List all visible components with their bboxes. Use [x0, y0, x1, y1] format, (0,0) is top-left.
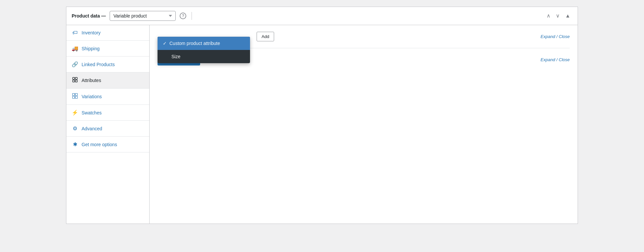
advanced-icon: ⚙ [72, 125, 78, 132]
dropdown-item-size[interactable]: Size [158, 50, 250, 63]
sidebar-label-swatches: Swatches [82, 110, 102, 115]
get-more-options-icon: ✱ [72, 141, 78, 147]
dropdown-item-custom[interactable]: ✓ Custom product attribute [158, 37, 250, 50]
sidebar-item-inventory[interactable]: 🏷 Inventory [66, 25, 149, 41]
sidebar: 🏷 Inventory 🚚 Shipping 🔗 Linked Products [66, 25, 150, 224]
main-content: ✓ Custom product attribute Size Add Expa… [150, 25, 578, 224]
sidebar-label-attributes: Attributes [82, 78, 101, 83]
svg-rect-5 [75, 94, 78, 96]
product-data-panel: Product data — Variable product ? ∧ ∨ ▲ … [66, 7, 578, 224]
arrow-collapse-button[interactable]: ▲ [563, 12, 572, 20]
swatches-icon: ⚡ [72, 109, 78, 116]
dropdown-item-size-label: Size [171, 54, 180, 59]
svg-rect-2 [73, 80, 75, 82]
svg-rect-0 [73, 77, 75, 79]
svg-rect-6 [73, 96, 75, 99]
sidebar-label-advanced: Advanced [82, 126, 102, 131]
sidebar-label-inventory: Inventory [82, 30, 101, 35]
sidebar-item-get-more-options[interactable]: ✱ Get more options [66, 137, 149, 152]
expand-close-link[interactable]: Expand / Close [541, 34, 570, 39]
shipping-icon: 🚚 [72, 45, 78, 52]
svg-rect-1 [75, 77, 77, 79]
panel-title: Product data — [72, 13, 106, 19]
product-type-select[interactable]: Variable product [110, 11, 176, 21]
sidebar-item-variations[interactable]: Variations [66, 89, 149, 105]
panel-body: 🏷 Inventory 🚚 Shipping 🔗 Linked Products [66, 25, 578, 224]
sidebar-label-get-more-options: Get more options [82, 142, 117, 147]
attributes-row: ✓ Custom product attribute Size Add Expa… [158, 32, 570, 41]
attribute-dropdown[interactable]: ✓ Custom product attribute Size [158, 37, 250, 63]
variations-icon [72, 93, 78, 100]
sidebar-item-linked-products[interactable]: 🔗 Linked Products [66, 57, 149, 72]
svg-rect-7 [75, 96, 78, 99]
inventory-icon: 🏷 [72, 30, 78, 36]
attributes-icon [72, 77, 78, 84]
arrow-down-button[interactable]: ∨ [554, 12, 562, 20]
checkmark-icon: ✓ [163, 41, 167, 46]
header-divider [192, 12, 192, 20]
sidebar-item-advanced[interactable]: ⚙ Advanced [66, 121, 149, 137]
sidebar-label-linked-products: Linked Products [82, 62, 115, 67]
svg-rect-4 [73, 94, 75, 96]
sidebar-item-swatches[interactable]: ⚡ Swatches [66, 105, 149, 121]
help-icon[interactable]: ? [180, 13, 186, 19]
svg-rect-3 [75, 80, 77, 82]
sidebar-label-variations: Variations [82, 94, 102, 99]
sidebar-label-shipping: Shipping [82, 46, 100, 51]
linked-products-icon: 🔗 [72, 61, 78, 67]
expand-close-link-2[interactable]: Expand / Close [541, 57, 570, 62]
dropdown-item-custom-label: Custom product attribute [169, 41, 220, 46]
arrow-up-button[interactable]: ∧ [545, 12, 553, 20]
add-button[interactable]: Add [257, 32, 274, 41]
panel-header: Product data — Variable product ? ∧ ∨ ▲ [66, 7, 578, 25]
header-actions: ∧ ∨ ▲ [545, 12, 572, 20]
sidebar-item-shipping[interactable]: 🚚 Shipping [66, 41, 149, 57]
sidebar-item-attributes[interactable]: Attributes [66, 72, 149, 89]
